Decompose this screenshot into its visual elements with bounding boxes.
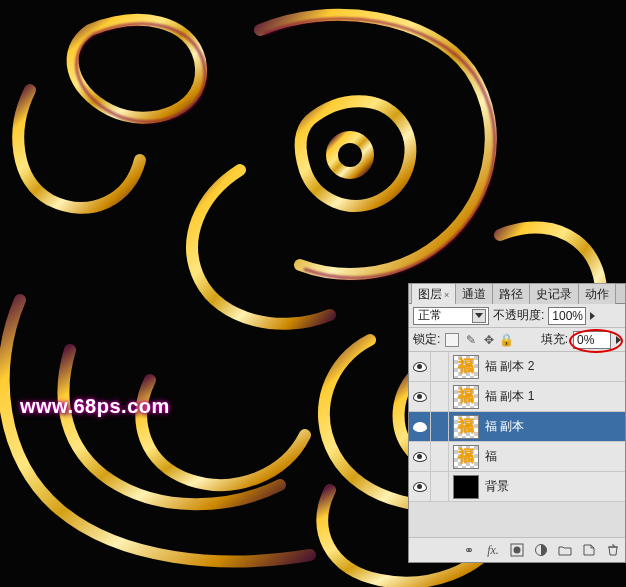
mask-icon[interactable] [509,542,525,558]
fill-label: 填充: [541,331,568,348]
eye-icon [413,452,427,462]
lock-icon[interactable]: 🔒 [500,333,513,346]
layer-name[interactable]: 福 副本 1 [483,388,625,405]
chevron-down-icon [472,309,486,323]
tab-label: 图层 [418,287,442,301]
link-column[interactable] [431,412,449,442]
layers-panel: 图层× 通道 路径 史记录 动作 正常 不透明度: 100% 锁定: ✎ ✥ 🔒… [408,283,626,563]
layer-thumbnail[interactable]: 福 [453,415,479,439]
visibility-toggle[interactable] [409,352,431,382]
layer-row[interactable]: 福 福 [409,442,625,472]
blend-mode-value: 正常 [418,307,442,324]
fill-flyout-icon[interactable] [616,336,621,344]
fx-icon[interactable]: fx. [485,542,501,558]
tab-history[interactable]: 史记录 [529,283,579,304]
layer-name[interactable]: 福 副本 [483,418,625,435]
eye-icon [413,482,427,492]
layer-row[interactable]: 福 福 副本 2 [409,352,625,382]
tab-channels[interactable]: 通道 [455,283,493,304]
visibility-toggle[interactable] [409,442,431,472]
adjustment-icon[interactable] [533,542,549,558]
opacity-input[interactable]: 100% [548,307,586,325]
watermark: www.68ps.com [20,395,170,418]
trash-icon[interactable] [605,542,621,558]
panel-tabs: 图层× 通道 路径 史记录 动作 [409,284,625,304]
tab-paths[interactable]: 路径 [492,283,530,304]
layer-thumbnail[interactable]: 福 [453,355,479,379]
svg-point-0 [332,137,368,173]
move-icon[interactable]: ✥ [482,333,495,346]
new-layer-icon[interactable] [581,542,597,558]
lock-row: 锁定: ✎ ✥ 🔒 填充: 0% [409,328,625,352]
brush-icon[interactable]: ✎ [464,333,477,346]
layer-row[interactable]: 福 福 副本 1 [409,382,625,412]
layer-row[interactable]: 背景 [409,472,625,502]
visibility-toggle[interactable] [409,412,431,442]
layer-row[interactable]: 福 福 副本 [409,412,625,442]
opacity-label: 不透明度: [493,307,544,324]
close-icon: × [444,290,449,300]
tab-label: 通道 [462,287,486,301]
visibility-toggle[interactable] [409,472,431,502]
opacity-value: 100% [552,309,583,323]
link-column[interactable] [431,442,449,472]
eye-icon [413,362,427,372]
lock-transparency-toggle[interactable] [445,333,459,347]
link-column[interactable] [431,352,449,382]
tab-label: 路径 [499,287,523,301]
layer-name[interactable]: 福 [483,448,625,465]
svg-point-2 [514,547,521,554]
blend-row: 正常 不透明度: 100% [409,304,625,328]
link-column[interactable] [431,472,449,502]
folder-icon[interactable] [557,542,573,558]
tab-actions[interactable]: 动作 [578,283,616,304]
layer-name[interactable]: 背景 [483,478,625,495]
panel-footer: ⚭ fx. [409,538,625,562]
link-icon[interactable]: ⚭ [461,542,477,558]
layer-thumbnail[interactable] [453,475,479,499]
eye-icon [413,392,427,402]
tab-layers[interactable]: 图层× [411,283,456,304]
tab-label: 史记录 [536,287,572,301]
link-column[interactable] [431,382,449,412]
fill-input[interactable]: 0% [573,331,611,349]
layer-thumbnail[interactable]: 福 [453,385,479,409]
layer-thumbnail[interactable]: 福 [453,445,479,469]
opacity-flyout-icon[interactable] [590,312,595,320]
layer-name[interactable]: 福 副本 2 [483,358,625,375]
fill-value: 0% [577,333,594,347]
eye-icon [413,422,427,432]
layers-empty-area [409,502,625,538]
visibility-toggle[interactable] [409,382,431,412]
lock-label: 锁定: [413,331,440,348]
tab-label: 动作 [585,287,609,301]
blend-mode-select[interactable]: 正常 [413,307,489,325]
layers-list: 福 福 副本 2 福 福 副本 1 福 福 副本 福 福 背景 [409,352,625,502]
